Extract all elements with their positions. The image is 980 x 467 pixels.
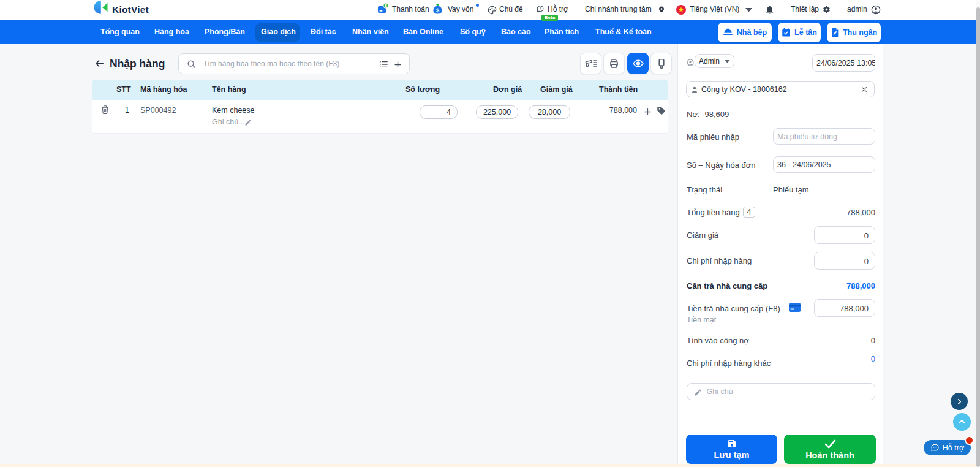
svg-text:฿: ฿ [385,3,387,8]
svg-text:$: $ [436,7,439,13]
